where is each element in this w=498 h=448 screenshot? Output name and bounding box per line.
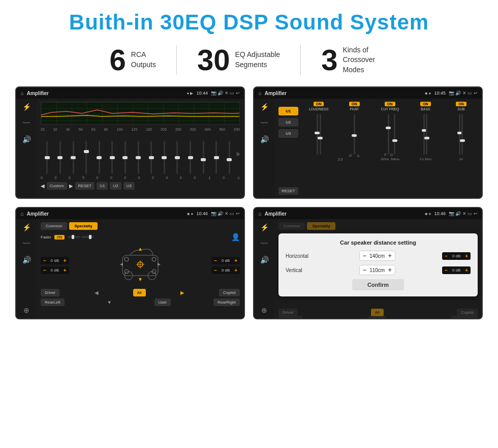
common-tab[interactable]: Common [41, 222, 67, 230]
rearright-btn[interactable]: RearRight [213, 298, 240, 306]
db-minus-2[interactable]: − [214, 258, 217, 263]
db-control-0: − 0 dB + [41, 257, 69, 264]
eq-u3-btn[interactable]: U3 [123, 182, 135, 190]
stat-rca-number: 6 [110, 45, 126, 75]
home-icon-3[interactable]: ⌂ [20, 211, 24, 217]
specialty-tab[interactable]: Specialty [69, 222, 97, 230]
loudness-on[interactable]: ON [314, 102, 324, 106]
db-control-2: − 0 dB + [211, 257, 240, 264]
phat-on[interactable]: ON [349, 102, 360, 106]
screen3-status-icons: 📷 🔊 ✕ ▭ ↩ [211, 211, 240, 216]
driver-btn[interactable]: Driver [41, 289, 59, 296]
svg-marker-13 [158, 263, 161, 266]
db-minus-r1[interactable]: − [445, 267, 448, 273]
db-plus-r1[interactable]: + [465, 267, 468, 273]
wave-icon[interactable]: 〰 [23, 119, 30, 127]
eq-more-icon[interactable]: » [236, 150, 240, 158]
expand-icon-3[interactable]: ⊕ [23, 306, 29, 314]
stat-rca: 6 RCAOutputs [89, 45, 176, 75]
db-plus-r0[interactable]: + [465, 253, 468, 259]
eq-slider-9 [158, 141, 171, 174]
screen1-eq: ⌂ Amplifier ● ▶ 10:44 📷 🔊 ✕ ▭ ↩ ⚡ 〰 🔊 [15, 86, 245, 199]
eq-icon-4[interactable]: ⚡ [260, 223, 269, 231]
eq-bottom-bar: ◀ Custom ▶ RESET U1 U2 U3 [41, 182, 240, 190]
db-minus-3[interactable]: − [214, 267, 217, 273]
speaker-icon[interactable]: 🔊 [22, 135, 31, 143]
down-arrow-icon[interactable]: ▼ [107, 300, 112, 305]
bass-on[interactable]: ON [420, 102, 431, 106]
phat-vals: 3.0 [338, 158, 371, 161]
svg-marker-11 [139, 278, 142, 281]
eq-u1-btn[interactable]: U1 [97, 182, 108, 190]
db-minus-1[interactable]: − [43, 267, 46, 273]
nav-arrows-2: ▶ [180, 289, 184, 296]
u2-btn[interactable]: U2 [278, 118, 298, 127]
confirm-button[interactable]: Confirm [352, 279, 404, 290]
sub-col: ON SUB 20 [445, 102, 478, 195]
horizontal-plus-btn[interactable]: + [388, 252, 392, 259]
dot-icon-2: ■ ● [425, 91, 431, 96]
copilot-btn[interactable]: Copilot [219, 289, 240, 296]
speaker-content: Common Specialty Fader ON 👤 [37, 219, 244, 318]
eq-main-area: 25 32 40 50 63 80 100 125 160 200 250 32… [37, 99, 244, 198]
eq-slider-7 [132, 141, 145, 174]
user-btn[interactable]: User [154, 298, 171, 306]
eq-slider-5 [106, 141, 119, 174]
left-arrow-icon[interactable]: ◀ [95, 290, 99, 295]
db-plus-3[interactable]: + [234, 267, 237, 273]
user-icon[interactable]: 👤 [231, 233, 240, 241]
vertical-minus-btn[interactable]: − [363, 266, 366, 274]
car-diagram [72, 245, 209, 286]
eq-u2-btn[interactable]: U2 [110, 182, 121, 190]
screen2-content: ⚡ 〰 🔊 U1 U2 U3 RESET [254, 99, 482, 198]
expand-icon-4[interactable]: ⊕ [261, 306, 267, 314]
bass-col: ON BASS 3.0 90Hz [409, 102, 442, 195]
sub-on[interactable]: ON [456, 102, 466, 106]
eq-icon-2[interactable]: ⚡ [260, 103, 269, 111]
speaker-bottom-row2: RearLeft ▼ User RearRight [41, 298, 240, 306]
screen4-content: ⚡ 〰 🔊 ⊕ Common Specialty Fader [254, 219, 482, 318]
home-icon-2[interactable]: ⌂ [258, 90, 262, 96]
cutfreq-on[interactable]: ON [385, 102, 395, 106]
db-plus-1[interactable]: + [64, 267, 67, 273]
speaker-icon-2[interactable]: 🔊 [260, 135, 269, 143]
home-icon-4[interactable]: ⌂ [258, 211, 262, 217]
confirm-area: Confirm [286, 279, 471, 290]
screen1-time: 10:44 [196, 91, 208, 96]
rearright-btn-4: RearRight [451, 316, 478, 319]
db-minus-r0[interactable]: − [445, 253, 448, 259]
home-icon[interactable]: ⌂ [20, 90, 24, 96]
db-plus-0[interactable]: + [64, 258, 67, 263]
eq-reset-btn[interactable]: RESET [75, 182, 95, 190]
horizontal-value: 140cm [368, 253, 386, 259]
db-minus-0[interactable]: − [43, 258, 46, 263]
cutfreq-sliders: F G [384, 112, 395, 157]
eq-next-icon[interactable]: ▶ [69, 183, 73, 189]
vertical-plus-btn[interactable]: + [388, 266, 392, 274]
eq-icon[interactable]: ⚡ [22, 103, 31, 111]
all-btn[interactable]: All [133, 289, 146, 296]
rearleft-btn[interactable]: RearLeft [41, 298, 65, 306]
cutfreq-label: CUT FREQ [381, 107, 399, 111]
svg-point-6 [124, 257, 129, 261]
speaker-tabs: Common Specialty [41, 222, 240, 230]
right-arrow-icon[interactable]: ▶ [180, 290, 184, 295]
eq-prev-icon[interactable]: ◀ [41, 183, 45, 189]
eq-icon-3[interactable]: ⚡ [22, 223, 31, 231]
wave-icon-3[interactable]: 〰 [23, 240, 30, 248]
eq-custom-btn[interactable]: Custom [47, 182, 67, 190]
horizontal-minus-btn[interactable]: − [363, 252, 366, 259]
crossover-main-area: U1 U2 U3 RESET ON LOUDNES [274, 99, 482, 198]
crossover-reset-btn[interactable]: RESET [278, 187, 298, 195]
fader-on-badge[interactable]: ON [54, 235, 65, 240]
wave-icon-4[interactable]: 〰 [261, 240, 268, 248]
wave-icon-2[interactable]: 〰 [261, 119, 268, 127]
u3-btn[interactable]: U3 [278, 129, 298, 138]
db-plus-2[interactable]: + [234, 258, 237, 263]
u1-btn[interactable]: U1 [278, 107, 298, 115]
speaker-icon-3[interactable]: 🔊 [22, 256, 31, 264]
speaker-bottom-buttons: Driver ◀ All ▶ Copilot [41, 289, 240, 296]
db-value-3: 0 dB [219, 268, 233, 273]
speaker-icon-4[interactable]: 🔊 [260, 256, 269, 264]
screen1-title: Amplifier [27, 91, 184, 96]
